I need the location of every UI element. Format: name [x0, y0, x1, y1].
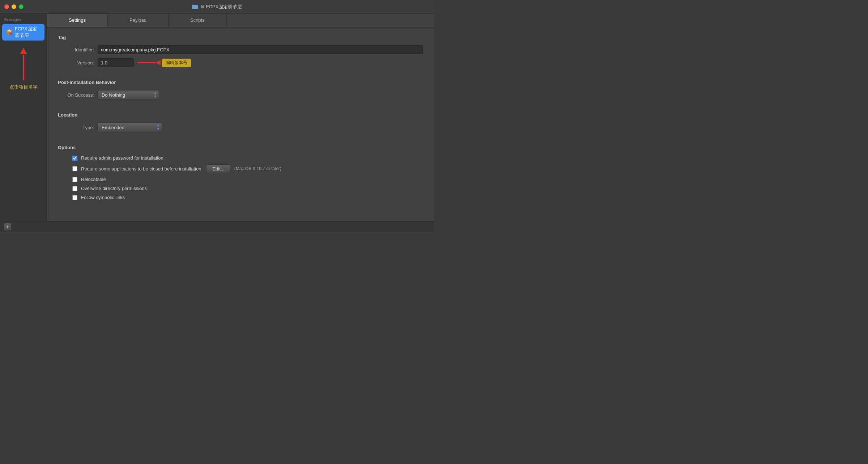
sidebar-item-fcpx[interactable]: 📦 FCPX固定调节层: [2, 24, 44, 41]
relocatable-label: Relocatable: [81, 177, 106, 182]
close-button[interactable]: [4, 4, 9, 9]
version-label: Version:: [58, 60, 94, 66]
maximize-button[interactable]: [19, 4, 24, 9]
bottom-bar: +: [0, 221, 434, 232]
checkbox-require-admin: Require admin password for installation: [72, 155, 423, 161]
titlebar-icon: [192, 5, 198, 9]
sidebar: Packages 📦 FCPX固定调节层 点击项目名字: [0, 14, 47, 221]
edit-button[interactable]: Edit...: [206, 164, 230, 173]
identifier-input[interactable]: [98, 45, 423, 54]
edit-note: (Mac OS X 10.7 or later): [234, 166, 281, 171]
checkbox-require-close: Require some applications to be closed b…: [72, 164, 423, 173]
sidebar-annotation: 点击项目名字: [0, 48, 47, 90]
traffic-lights: [4, 4, 24, 9]
identifier-row: Identifier:: [58, 45, 423, 54]
packages-label: Packages: [0, 17, 47, 24]
follow-symlinks-checkbox[interactable]: [72, 195, 77, 200]
require-admin-label: Require admin password for installation: [81, 155, 163, 161]
require-close-label: Require some applications to be closed b…: [81, 166, 201, 172]
on-success-select[interactable]: Do Nothing Logout Restart Shutdown: [98, 90, 159, 100]
content-area: Tag Identifier: Version:: [47, 28, 434, 221]
right-panel: Settings Payload Scripts Tag Identifier:…: [47, 14, 434, 221]
version-row: Version: 编辑版本号: [58, 58, 423, 67]
on-success-select-wrap: Do Nothing Logout Restart Shutdown ▲ ▼: [98, 90, 159, 100]
tab-settings[interactable]: Settings: [47, 14, 108, 27]
type-label: Type:: [58, 125, 94, 130]
arrow-head: [156, 60, 161, 65]
divider-3: [58, 139, 423, 140]
relocatable-checkbox[interactable]: [72, 177, 77, 182]
package-icon: 📦: [6, 29, 12, 35]
titlebar: 🖥 FCPX固定调节层: [0, 0, 434, 14]
post-install-title: Post-installation Behavior: [58, 80, 423, 85]
version-arrow-container: [137, 60, 161, 65]
require-admin-checkbox[interactable]: [72, 156, 77, 161]
identifier-label: Identifier:: [58, 47, 94, 52]
divider-2: [58, 107, 423, 107]
type-row: Type: Embedded Absolute Path Relative to…: [58, 123, 423, 132]
tab-bar: Settings Payload Scripts: [47, 14, 434, 28]
overwrite-dir-label: Overwrite directory permissions: [81, 186, 147, 191]
follow-symlinks-label: Follow symbolic links: [81, 195, 125, 200]
annotation-text: 点击项目名字: [9, 84, 38, 90]
checkbox-overwrite-dir: Overwrite directory permissions: [72, 186, 423, 191]
version-row-inner: 编辑版本号: [98, 58, 191, 67]
minimize-button[interactable]: [12, 4, 16, 9]
version-edit-label: 编辑版本号: [162, 59, 191, 67]
tab-scripts[interactable]: Scripts: [169, 14, 227, 27]
require-close-apps-checkbox[interactable]: [72, 166, 77, 171]
checkbox-follow-symlinks: Follow symbolic links: [72, 195, 423, 200]
version-annotation: 编辑版本号: [137, 59, 191, 67]
window-title: 🖥 FCPX固定调节层: [200, 4, 242, 10]
type-select-wrap: Embedded Absolute Path Relative to Appli…: [98, 123, 162, 132]
content-inner: Tag Identifier: Version:: [47, 28, 434, 211]
sidebar-item-label: FCPX固定调节层: [15, 26, 41, 39]
overwrite-dir-checkbox[interactable]: [72, 186, 77, 191]
type-select[interactable]: Embedded Absolute Path Relative to Appli…: [98, 123, 162, 132]
divider-1: [58, 74, 423, 75]
location-title: Location: [58, 112, 423, 118]
app-layout: Packages 📦 FCPX固定调节层 点击项目名字 Settings Pay…: [0, 14, 434, 221]
on-success-row: On Success: Do Nothing Logout Restart Sh…: [58, 90, 423, 100]
checkbox-relocatable: Relocatable: [72, 177, 423, 182]
options-title: Options: [58, 145, 423, 150]
annotation-arrow-shaft: [23, 55, 24, 80]
version-input[interactable]: [98, 58, 134, 67]
arrow-line: [137, 62, 156, 63]
annotation-arrow-head: [20, 48, 27, 54]
tab-payload[interactable]: Payload: [108, 14, 169, 27]
add-package-button[interactable]: +: [4, 223, 12, 231]
on-success-label: On Success:: [58, 92, 94, 98]
tag-section-title: Tag: [58, 35, 423, 40]
